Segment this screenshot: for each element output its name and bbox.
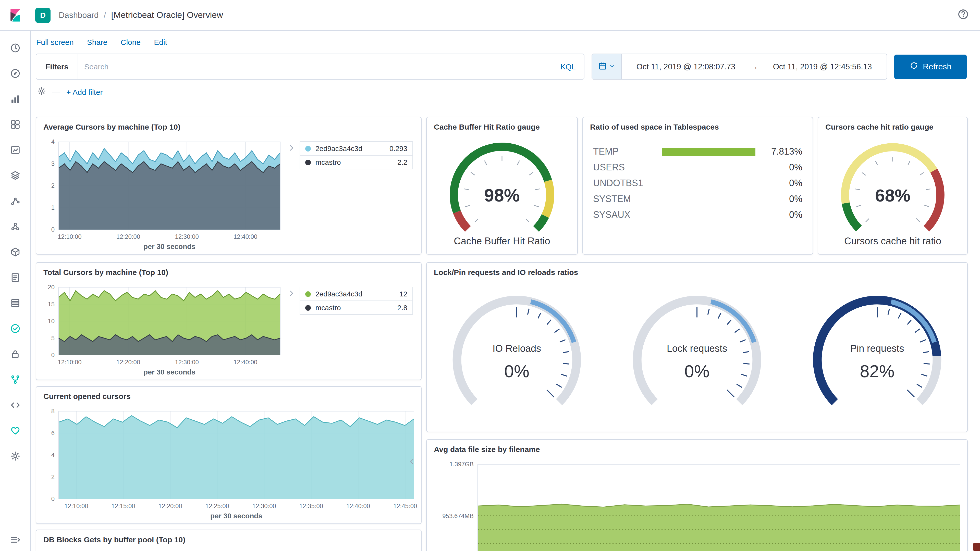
panel-title: Cache Buffer Hit Ratio gauge: [427, 118, 577, 133]
scrollbar-thumb[interactable]: [974, 543, 980, 551]
monitoring-icon[interactable]: [0, 418, 30, 443]
svg-text:per 30 seconds: per 30 seconds: [210, 512, 262, 520]
tablespace-value: 0%: [756, 162, 802, 173]
pin-requests-gauge: Pin requests82%: [787, 282, 967, 432]
kibana-app: D Dashboard / [Metricbeat Oracle] Overvi…: [0, 0, 980, 551]
legend-series-value: 2.2: [397, 158, 407, 166]
code-icon[interactable]: [0, 392, 30, 418]
svg-text:12:20:00: 12:20:00: [116, 233, 140, 240]
space-badge[interactable]: D: [35, 7, 51, 23]
svg-text:2: 2: [51, 182, 55, 189]
svg-text:IO Reloads: IO Reloads: [493, 343, 541, 354]
uptime-icon[interactable]: [0, 316, 30, 341]
discover-icon[interactable]: [0, 61, 30, 86]
legend-item[interactable]: mcastro2.8: [300, 300, 413, 315]
logs-icon[interactable]: [0, 265, 30, 290]
menu-toggle-icon[interactable]: [0, 535, 30, 545]
panel-title: Lock/Pin requests and IO reloads ratios: [427, 263, 967, 279]
panel-body: IO Reloads0% Lock requests0% Pin request…: [427, 282, 967, 432]
legend-item[interactable]: 2ed9ac3a4c3d12: [300, 287, 413, 301]
panel-title: DB Blocks Gets by buffer pool (Top 10): [36, 530, 421, 546]
svg-text:12:30:00: 12:30:00: [175, 359, 199, 365]
svg-text:15: 15: [48, 301, 55, 308]
svg-text:Pin requests: Pin requests: [850, 343, 904, 354]
legend-collapse-icon[interactable]: [287, 282, 300, 380]
svg-text:12:15:00: 12:15:00: [111, 503, 135, 510]
panel-title: Avg data file size by filename: [427, 440, 967, 456]
legend-series-value: 0.293: [390, 144, 407, 152]
svg-text:1.397GB: 1.397GB: [449, 461, 474, 468]
tablespace-value: 7.813%: [756, 146, 802, 157]
legend-color-dot: [305, 291, 311, 297]
tablespace-bar: [662, 211, 756, 219]
panel-current-opened-cursors: Current opened cursors 0246812:10:0012:1…: [36, 386, 422, 524]
panel-tablespaces: Ratio of used space in Tablespaces TEMP7…: [582, 117, 813, 254]
tablespace-value: 0%: [756, 178, 802, 189]
gauge-label: Cursors cache hit ratio: [818, 236, 967, 256]
visualize-icon[interactable]: [0, 86, 30, 112]
current-opened-cursors-chart: 0246812:10:0012:15:0012:20:0012:25:0012:…: [36, 406, 421, 524]
tablespace-bar-fill: [662, 148, 756, 156]
svg-text:0%: 0%: [504, 362, 529, 381]
svg-text:12:10:00: 12:10:00: [64, 503, 88, 510]
tablespace-row: SYSAUX0%: [583, 207, 813, 223]
legend-expand-icon[interactable]: [408, 457, 416, 468]
main-content: Full screenShareCloneEdit Filters KQL Oc…: [30, 30, 980, 551]
panel-title: Current opened cursors: [36, 387, 421, 403]
recently-viewed-icon[interactable]: [0, 35, 30, 61]
tablespace-bar: [662, 195, 756, 203]
legend-collapse-icon[interactable]: [287, 137, 300, 254]
help-icon[interactable]: [958, 8, 969, 22]
svg-text:68%: 68%: [875, 186, 910, 205]
tablespace-name: TEMP: [593, 146, 662, 157]
svg-text:10: 10: [48, 318, 55, 324]
svg-text:0: 0: [51, 226, 55, 233]
breadcrumb-dashboard[interactable]: Dashboard: [59, 11, 99, 20]
legend-color-dot: [305, 305, 311, 310]
management-icon[interactable]: [0, 443, 30, 469]
panel-title: Cursors cache hit ratio gauge: [818, 118, 967, 133]
kibana-logo[interactable]: [0, 7, 30, 23]
svg-text:12:20:00: 12:20:00: [116, 359, 140, 365]
svg-text:4: 4: [51, 451, 55, 458]
machine-learning-icon[interactable]: [0, 188, 30, 214]
svg-text:953.674MB: 953.674MB: [442, 513, 474, 519]
apm-icon[interactable]: [0, 290, 30, 316]
graph-icon[interactable]: [0, 214, 30, 239]
io-reloads-gauge: IO Reloads0%: [427, 282, 607, 432]
panel-cache-buffer-gauge: Cache Buffer Hit Ratio gauge 98% Cache B…: [426, 117, 578, 254]
legend-series-value: 2.8: [397, 303, 407, 312]
svg-text:8: 8: [51, 408, 55, 414]
svg-text:12:10:00: 12:10:00: [58, 233, 81, 240]
tablespace-name: UNDOTBS1: [593, 178, 662, 189]
gauge-label: Cache Buffer Hit Ratio: [427, 236, 577, 256]
legend-series-value: 12: [399, 290, 407, 298]
legend-item[interactable]: 2ed9ac3a4c3d0.293: [300, 141, 413, 156]
legend-item[interactable]: mcastro2.2: [300, 155, 413, 169]
dashboard-grid: Average Cursors by machine (Top 10) 0123…: [30, 30, 980, 551]
chart-legend: 2ed9ac3a4c3d12mcastro2.8: [300, 282, 421, 380]
panel-title: Average Cursors by machine (Top 10): [36, 118, 421, 133]
panel-title: Total Cursors by machine (Top 10): [36, 263, 421, 279]
infrastructure-icon[interactable]: [0, 239, 30, 265]
panel-avg-cursors: Average Cursors by machine (Top 10) 0123…: [36, 117, 422, 254]
svg-text:12:40:00: 12:40:00: [346, 503, 370, 510]
dashboard-icon[interactable]: [0, 112, 30, 137]
svg-text:98%: 98%: [484, 186, 520, 205]
dev-tools-icon[interactable]: [0, 367, 30, 392]
tablespace-row: UNDOTBS10%: [583, 176, 813, 191]
maps-icon[interactable]: [0, 163, 30, 188]
tablespaces-list: TEMP7.813%USERS0%UNDOTBS10%SYSTEM0%SYSAU…: [583, 137, 813, 254]
svg-text:0%: 0%: [684, 362, 710, 381]
page-title: [Metricbeat Oracle] Overview: [111, 10, 223, 20]
svg-text:12:20:00: 12:20:00: [158, 503, 182, 510]
svg-text:20: 20: [48, 284, 55, 291]
canvas-icon[interactable]: [0, 137, 30, 163]
tablespace-name: SYSAUX: [593, 210, 662, 221]
siem-icon[interactable]: [0, 341, 30, 367]
svg-text:6: 6: [51, 430, 55, 437]
tablespace-name: SYSTEM: [593, 194, 662, 205]
svg-text:12:25:00: 12:25:00: [205, 503, 229, 510]
legend-series-name: 2ed9ac3a4c3d: [315, 144, 385, 152]
total-cursors-chart: 0510152012:10:0012:20:0012:30:0012:40:00…: [36, 282, 287, 380]
